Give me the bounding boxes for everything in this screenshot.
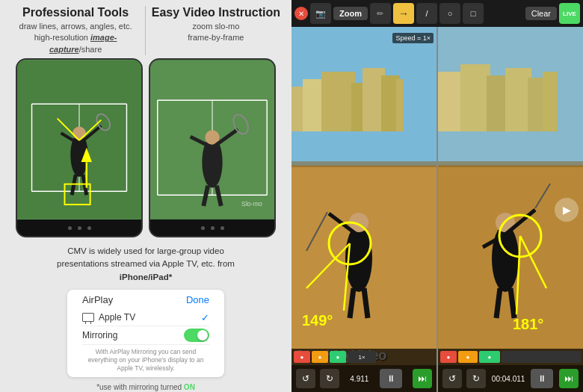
play-pause-right[interactable]: ⏸ bbox=[531, 369, 553, 388]
svg-line-50 bbox=[344, 243, 350, 311]
svg-point-25 bbox=[205, 130, 220, 145]
airplay-title: AirPlay bbox=[82, 294, 113, 305]
forward-btn-left[interactable]: ↻ bbox=[320, 369, 339, 388]
professional-line1: draw lines, arrows, angles, etc. bbox=[9, 21, 142, 32]
big-play-btn-right[interactable]: ▶ bbox=[555, 198, 579, 222]
phone1-bottom-bar bbox=[17, 220, 141, 236]
phone-frame-2: Slo-mo 🔍 bbox=[149, 58, 276, 237]
clear-button[interactable]: Clear bbox=[525, 7, 557, 20]
left-anno-svg: 149° bbox=[292, 27, 437, 392]
info-text: CMV is widely used for large-group video… bbox=[57, 245, 235, 284]
bottom-icons-left: ↺ ↻ bbox=[296, 369, 339, 388]
color-bar-orange[interactable]: ● bbox=[312, 351, 328, 363]
svg-point-6 bbox=[70, 133, 87, 177]
phone-screen-2: Slo-mo 🔍 bbox=[150, 60, 274, 220]
easy-video-title: Easy Video Instruction bbox=[149, 6, 283, 19]
color-bar-red-r[interactable]: ● bbox=[440, 351, 457, 363]
color-bar-green[interactable]: ● bbox=[330, 351, 346, 363]
airplay-header: AirPlay Done bbox=[82, 294, 209, 305]
note-on: ON bbox=[184, 383, 195, 391]
bottom-bar-left: ↺ ↻ 4.911 ⏸ ⏭ bbox=[292, 365, 437, 392]
svg-line-29 bbox=[203, 186, 208, 206]
replay-btn-left[interactable]: ↺ bbox=[296, 369, 315, 388]
easy-video-line2: frame-by-frame bbox=[149, 32, 283, 43]
svg-line-8 bbox=[79, 126, 101, 144]
svg-line-15 bbox=[58, 119, 79, 140]
right-panel: ✕ 📷 Zoom ✏ → / ○ □ Clear LIVE bbox=[292, 0, 583, 392]
col-easy-video: Easy Video Instruction zoom slo-mo frame… bbox=[149, 6, 283, 55]
zoom-label[interactable]: Zoom bbox=[333, 7, 368, 20]
professional-line2: high-resolution image-capture/share bbox=[9, 32, 142, 55]
svg-point-7 bbox=[73, 127, 86, 140]
left-panel: Professional Tools draw lines, arrows, a… bbox=[0, 0, 292, 392]
svg-line-12 bbox=[83, 175, 87, 195]
airplay-desc: With AirPlay Mirroring you can send ever… bbox=[82, 348, 209, 373]
color-bar-green-r[interactable]: ● bbox=[479, 351, 500, 363]
note-text: *use with mirroring turned ON bbox=[96, 383, 195, 391]
info-line2: presentations streamed via Apple TV, etc… bbox=[57, 259, 235, 268]
col-professional: Professional Tools draw lines, arrows, a… bbox=[9, 6, 142, 55]
record-button[interactable]: LIVE bbox=[559, 3, 580, 24]
phone1-play-btn[interactable]: ▶ bbox=[125, 63, 138, 76]
bottom-color-bar-left: ● ● ● 1× bbox=[292, 349, 437, 365]
video-pane-right: 181° ▶ ● ● ● ↺ ↻ 00:04.011 ⏸ ⏭ bbox=[438, 27, 583, 392]
play-pause-left[interactable]: ⏸ bbox=[380, 369, 402, 388]
image-capture-prefix: high-resolution bbox=[34, 33, 90, 42]
phone2-annotations: Slo-mo bbox=[150, 60, 274, 220]
note-prefix: *use with mirroring turned bbox=[96, 383, 184, 391]
header-divider bbox=[145, 6, 146, 55]
phone-frame-1: 00:01.627 ▶ bbox=[16, 58, 143, 237]
video-main-area: 149° Speed = 1× CoachMyVideo ● ● ● 1× ↺ … bbox=[292, 27, 583, 392]
pen-tool-btn[interactable]: ✏ bbox=[370, 3, 391, 24]
rect-tool-btn[interactable]: □ bbox=[463, 3, 484, 24]
replay-btn-right[interactable]: ↺ bbox=[442, 369, 462, 388]
color-bar-red[interactable]: ● bbox=[294, 351, 310, 363]
line-tool-btn[interactable]: / bbox=[416, 3, 437, 24]
svg-line-30 bbox=[217, 186, 221, 206]
mirroring-toggle[interactable] bbox=[184, 329, 209, 342]
svg-line-49 bbox=[306, 243, 350, 288]
phone1-dot1 bbox=[68, 226, 72, 230]
arrow-tool-btn[interactable]: → bbox=[393, 3, 414, 24]
svg-text:181°: 181° bbox=[513, 316, 543, 332]
phone2-bottom-bar bbox=[150, 220, 274, 236]
next-frame-right[interactable]: ⏭ bbox=[559, 369, 579, 388]
svg-rect-18 bbox=[150, 60, 274, 220]
svg-line-70 bbox=[516, 236, 520, 314]
airplay-box: AirPlay Done Apple TV ✓ Mirroring With A… bbox=[67, 290, 224, 377]
svg-point-27 bbox=[230, 113, 250, 137]
close-button[interactable]: ✕ bbox=[294, 7, 308, 20]
easy-video-line1: zoom slo-mo bbox=[149, 21, 283, 32]
phone1-annotations bbox=[17, 60, 141, 220]
airplay-done-btn[interactable]: Done bbox=[186, 294, 209, 305]
phone1-dot2 bbox=[78, 226, 81, 230]
color-bar-orange-r[interactable]: ● bbox=[458, 351, 478, 363]
bottom-color-bar-right: ● ● ● bbox=[438, 349, 583, 365]
phone-row: 00:01.627 ▶ bbox=[16, 58, 276, 237]
phone1-dot3 bbox=[87, 226, 91, 230]
phone2-dot1 bbox=[201, 226, 205, 230]
phone1-timestamp: 00:01.627 bbox=[20, 63, 55, 72]
phone-screen-1: 00:01.627 ▶ bbox=[17, 60, 141, 220]
color-bar-speed-left: 1× bbox=[348, 351, 376, 363]
svg-line-16 bbox=[79, 120, 101, 140]
next-frame-left[interactable]: ⏭ bbox=[413, 369, 432, 388]
airplay-mirroring-label: Mirroring bbox=[82, 330, 117, 340]
phone2-dot3 bbox=[220, 226, 224, 230]
timeline-left: 4.911 bbox=[350, 375, 368, 383]
svg-line-26 bbox=[212, 130, 238, 148]
camera-icon-btn[interactable]: 📷 bbox=[310, 3, 331, 24]
circle-tool-btn[interactable]: ○ bbox=[439, 3, 460, 24]
svg-line-28 bbox=[191, 137, 212, 148]
forward-btn-right[interactable]: ↻ bbox=[466, 369, 486, 388]
airplay-item-appletv[interactable]: Apple TV ✓ bbox=[82, 310, 209, 326]
svg-text:149°: 149° bbox=[302, 312, 333, 329]
bottom-icons-right: ↺ ↻ bbox=[442, 369, 486, 388]
airplay-item-mirroring[interactable]: Mirroring bbox=[82, 326, 209, 345]
svg-line-11 bbox=[72, 175, 75, 195]
svg-rect-0 bbox=[17, 60, 141, 220]
timeline-right: 00:04.011 bbox=[492, 375, 525, 383]
airplay-checkmark: ✓ bbox=[201, 312, 209, 323]
phone2-dot2 bbox=[211, 226, 215, 230]
svg-text:Slo-mo: Slo-mo bbox=[241, 200, 262, 208]
